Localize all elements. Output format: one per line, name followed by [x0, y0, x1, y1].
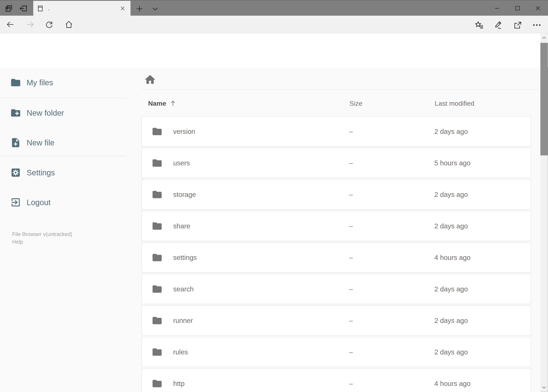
- close-button[interactable]: [528, 0, 548, 16]
- favorites-hub-icon[interactable]: [474, 20, 484, 30]
- file-row[interactable]: storage – 2 days ago: [141, 179, 531, 210]
- column-header-size[interactable]: Size: [349, 100, 435, 107]
- file-name: http: [173, 380, 349, 387]
- settings-icon: [10, 167, 21, 178]
- new-tab-button[interactable]: [134, 4, 145, 14]
- file-size: –: [349, 191, 434, 198]
- file-modified: 2 days ago: [434, 191, 531, 198]
- file-listing-area: Name Size Last modified version – 2 days…: [141, 68, 540, 392]
- column-header-modified[interactable]: Last modified: [435, 100, 531, 107]
- file-modified: 2 days ago: [434, 317, 531, 324]
- forward-button[interactable]: [25, 20, 35, 29]
- file-row[interactable]: version – 2 days ago: [141, 116, 531, 147]
- minimize-button[interactable]: [487, 0, 507, 16]
- file-size: –: [349, 285, 434, 293]
- breadcrumb-divider: [141, 90, 540, 90]
- page-scrollbar[interactable]: [540, 34, 548, 392]
- file-size: –: [349, 159, 434, 167]
- file-name: rules: [173, 348, 349, 356]
- file-name: share: [173, 222, 349, 230]
- create-new-folder-icon: [10, 107, 21, 119]
- sidebar-item-label: Settings: [27, 168, 55, 177]
- file-modified: 2 days ago: [434, 128, 531, 135]
- browser-addressbar: i filebrowser.web /files/: [0, 16, 548, 33]
- file-size: –: [349, 128, 434, 135]
- logout-icon: [10, 197, 21, 208]
- file-name: storage: [173, 191, 349, 198]
- file-size: –: [349, 380, 434, 387]
- file-row[interactable]: rules – 2 days ago: [141, 337, 531, 367]
- file-size: –: [349, 317, 434, 324]
- list-header: Name Size Last modified: [141, 97, 531, 110]
- file-row[interactable]: users – 5 hours ago: [141, 148, 531, 178]
- column-header-name[interactable]: Name: [148, 99, 349, 107]
- settings-more-icon[interactable]: [532, 20, 542, 30]
- sidebar-item-my-files[interactable]: My files: [0, 74, 137, 91]
- file-row[interactable]: http – 4 hours ago: [141, 368, 531, 392]
- tab-favicon-icon: [37, 5, 44, 12]
- browser-window: .: [0, 0, 548, 392]
- sidebar-divider: [0, 156, 126, 156]
- file-modified: 4 hours ago: [434, 254, 531, 261]
- refresh-button[interactable]: [44, 20, 55, 29]
- file-name: version: [173, 128, 349, 135]
- scrollbar-thumb[interactable]: [540, 43, 548, 155]
- sidebar-item-label: New file: [27, 138, 54, 147]
- breadcrumb-home-icon[interactable]: [144, 73, 156, 86]
- file-modified: 5 hours ago: [434, 159, 531, 167]
- sidebar-item-new-file[interactable]: New file: [0, 134, 137, 152]
- maximize-button[interactable]: [507, 0, 528, 16]
- tab-close-icon[interactable]: [118, 4, 127, 13]
- file-modified: 2 days ago: [434, 222, 531, 230]
- sidebar-item-new-folder[interactable]: New folder: [0, 104, 137, 122]
- file-modified: 2 days ago: [434, 348, 531, 356]
- file-size: –: [349, 348, 434, 356]
- app-version-text: File Browser v(untracked): [12, 231, 72, 238]
- file-modified: 2 days ago: [434, 285, 531, 293]
- tabs-set-aside-list-icon[interactable]: [4, 3, 14, 14]
- file-size: –: [349, 222, 434, 230]
- file-row[interactable]: settings – 4 hours ago: [141, 242, 531, 273]
- folder-icon: [152, 126, 163, 137]
- sidebar: My files New folder New file: [0, 68, 141, 392]
- file-row[interactable]: share – 2 days ago: [141, 211, 531, 241]
- share-icon[interactable]: [513, 20, 523, 30]
- home-button[interactable]: [64, 20, 74, 29]
- help-link[interactable]: Help: [12, 238, 23, 246]
- folder-icon: [152, 252, 163, 263]
- back-button[interactable]: [5, 20, 16, 29]
- folder-icon: [152, 221, 163, 231]
- scroll-up-icon[interactable]: [540, 34, 548, 42]
- folder-icon: [152, 189, 163, 200]
- folder-icon: [152, 378, 163, 389]
- sidebar-item-settings[interactable]: Settings: [0, 164, 137, 182]
- sidebar-item-logout[interactable]: Logout: [0, 194, 137, 211]
- file-row[interactable]: runner – 2 days ago: [141, 305, 531, 336]
- new-file-icon: [10, 137, 21, 148]
- file-list: version – 2 days ago users – 5 hours ago…: [141, 116, 531, 392]
- folder-icon: [152, 347, 163, 357]
- sidebar-item-label: My files: [27, 78, 53, 87]
- sort-ascending-icon: [169, 99, 177, 107]
- tab-title: .: [48, 6, 118, 12]
- web-note-pen-icon[interactable]: [494, 20, 503, 30]
- folder-icon: [10, 77, 21, 88]
- scroll-down-icon[interactable]: [540, 383, 548, 392]
- file-name: runner: [173, 317, 349, 324]
- folder-icon: [152, 315, 163, 326]
- file-row[interactable]: search – 2 days ago: [141, 274, 531, 304]
- browser-titlebar: .: [0, 0, 548, 16]
- column-name-label: Name: [148, 100, 166, 107]
- file-name: settings: [173, 254, 349, 261]
- folder-icon: [152, 158, 163, 168]
- sidebar-item-label: New folder: [27, 109, 64, 117]
- file-modified: 4 hours ago: [434, 380, 531, 387]
- set-tabs-aside-icon[interactable]: [18, 3, 28, 14]
- filebrowser-header: Search...: [0, 34, 548, 68]
- browser-tab[interactable]: .: [33, 1, 131, 16]
- sidebar-divider: [0, 98, 126, 98]
- tab-list-dropdown-icon[interactable]: [150, 4, 160, 14]
- sidebar-item-label: Logout: [27, 198, 50, 207]
- file-name: search: [173, 285, 349, 293]
- file-name: users: [173, 159, 349, 167]
